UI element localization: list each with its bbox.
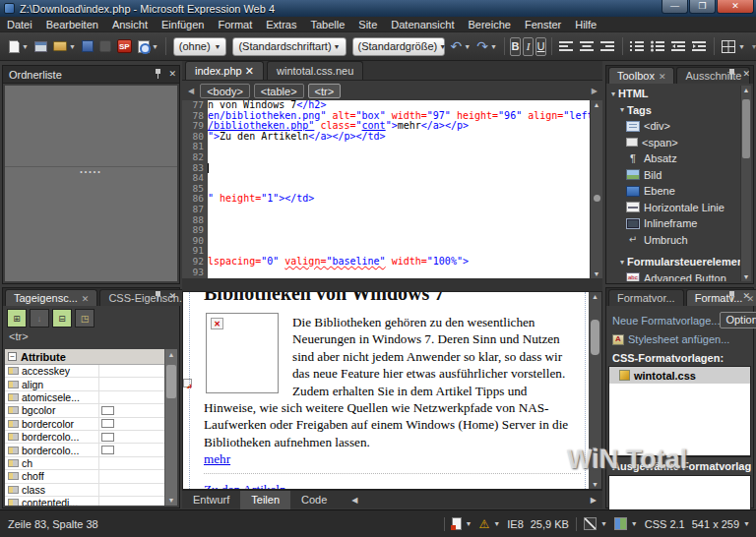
tab-toolbox[interactable]: Toolbox✕ — [608, 67, 674, 84]
menu-item-extras[interactable]: Extras — [259, 18, 303, 31]
color-swatch[interactable] — [101, 446, 114, 454]
menu-item-bereiche[interactable]: Bereiche — [462, 18, 518, 31]
scroll-down-icon[interactable]: ▼ — [741, 273, 751, 280]
browser-preview-button[interactable]: ▼ — [136, 35, 160, 57]
toolbox-item-span[interactable]: <span> — [608, 135, 740, 151]
underline-button[interactable]: U — [536, 37, 546, 56]
menu-item-datei[interactable]: Datei — [0, 18, 39, 31]
code-view[interactable]: 7778798081828384858687888990919293 n von… — [182, 100, 602, 278]
scroll-up-icon[interactable]: ▲ — [591, 101, 602, 108]
attribute-row[interactable]: choff — [5, 470, 177, 483]
attribute-row[interactable]: bgcolor — [5, 404, 177, 417]
close-icon[interactable]: ✕ — [168, 291, 176, 301]
scroll-up-icon[interactable]: ▲ — [165, 351, 177, 358]
pin-icon[interactable] — [154, 291, 162, 301]
decrease-indent-button[interactable] — [669, 35, 688, 57]
menu-item-bearbeiten[interactable]: Bearbeiten — [39, 18, 105, 31]
chevron-down-icon[interactable]: ▾ — [617, 105, 627, 114]
attribute-scrollbar[interactable]: ▲ ▼ — [164, 349, 177, 506]
bold-button[interactable]: B — [510, 37, 521, 56]
articles-link[interactable]: Zu den Artikeln — [204, 482, 286, 489]
code-line[interactable] — [208, 236, 590, 247]
code-line[interactable] — [208, 163, 590, 174]
stylesheet-item[interactable]: wintotal.css — [609, 367, 750, 384]
breadcrumb-tag[interactable]: <tr> — [308, 84, 342, 98]
attribute-row[interactable]: ch — [5, 457, 177, 470]
breadcrumb-right-icon[interactable]: ▶ — [590, 87, 599, 95]
toolbox-item-Horizontale Linie[interactable]: Horizontale Linie — [608, 200, 740, 216]
color-swatch[interactable] — [101, 406, 114, 415]
chevron-down-icon[interactable]: ▾ — [608, 90, 618, 98]
scrollbar-thumb[interactable] — [166, 365, 176, 398]
new-document-button[interactable]: ▼ — [7, 35, 31, 57]
table-button[interactable]: ▼ — [720, 35, 747, 57]
design-content[interactable]: Bibliotheken von Windows 7 ✕ Die Bibliot… — [189, 292, 586, 489]
align-right-button[interactable] — [598, 35, 617, 57]
page-dimensions-button[interactable]: 541 x 259▼ — [692, 518, 750, 530]
style-dropdown[interactable]: (ohne)▼ — [173, 37, 227, 56]
close-icon[interactable]: ✕ — [82, 294, 90, 304]
close-icon[interactable]: ✕ — [168, 69, 176, 79]
design-view[interactable]: Bibliotheken von Windows 7 ✕ Die Bibliot… — [182, 291, 602, 490]
style-application-button[interactable]: ▼ — [584, 517, 607, 530]
tab-tag-properties[interactable]: Tageigensc...✕ — [5, 289, 97, 306]
scroll-up-icon[interactable]: ▲ — [589, 293, 601, 300]
folder-list-body[interactable]: ••••• — [5, 86, 177, 281]
save-button[interactable] — [80, 35, 95, 57]
menu-item-einfügen[interactable]: Einfügen — [155, 18, 211, 31]
menu-item-fenster[interactable]: Fenster — [518, 18, 568, 31]
folder-panel-header[interactable]: Ordnerliste ✕ — [3, 66, 179, 84]
font-dropdown[interactable]: (Standardschriftart)▼ — [232, 37, 346, 56]
numbered-list-button[interactable] — [628, 35, 647, 57]
code-line[interactable] — [208, 268, 590, 278]
toolbar-overflow-icon[interactable]: ▾ — [752, 42, 756, 51]
scroll-marker[interactable] — [594, 195, 600, 202]
scroll-left-icon[interactable]: ◀ — [351, 496, 357, 505]
scroll-down-icon[interactable]: ▼ — [165, 497, 177, 504]
view-tab-code[interactable]: Code — [290, 491, 338, 509]
compatibility-warning-button[interactable]: ⚠▼ — [479, 517, 501, 531]
scrollbar-thumb[interactable] — [742, 99, 750, 158]
document-tab-index.php[interactable]: index.php ✕ — [185, 61, 264, 80]
tree-header-formularsteuerelemente[interactable]: ▾Formularsteuerelemente — [608, 254, 740, 270]
redo-button[interactable]: ↷▼ — [474, 35, 499, 57]
menu-item-datenansicht[interactable]: Datenansicht — [384, 18, 461, 31]
increase-indent-button[interactable] — [690, 35, 709, 57]
attach-stylesheet-link[interactable]: Stylesheet anfügen... — [628, 333, 729, 345]
more-link[interactable]: mehr — [204, 451, 230, 466]
scroll-down-icon[interactable]: ▼ — [589, 481, 601, 488]
toolbox-item-Umbruch[interactable]: ↵Umbruch — [608, 232, 740, 249]
open-site-button[interactable] — [32, 35, 49, 57]
attribute-row[interactable]: contentedi... — [5, 497, 177, 506]
scroll-down-icon[interactable]: ▼ — [591, 270, 602, 277]
code-line[interactable] — [208, 142, 590, 152]
code-line[interactable] — [208, 205, 590, 215]
toolbox-item-Advanced Button[interactable]: Advanced Button — [608, 270, 740, 282]
categorized-view-button[interactable]: ⊞ — [7, 309, 27, 328]
breadcrumb-tag[interactable]: <body> — [200, 84, 250, 98]
tree-header-tags[interactable]: ▾Tags — [608, 102, 740, 119]
summary-button[interactable]: ◳ — [75, 309, 94, 328]
code-line[interactable]: lspacing="0" valign="baseline" width="10… — [208, 257, 590, 268]
code-text-area[interactable]: n von Windows 7</h2>en/bibliotheken.png"… — [208, 100, 590, 278]
scroll-right-icon[interactable]: ▶ — [591, 496, 597, 505]
italic-button[interactable]: I — [523, 37, 534, 56]
menu-item-format[interactable]: Format — [211, 18, 259, 31]
view-tab-entwurf[interactable]: Entwurf — [182, 491, 240, 509]
undo-button[interactable]: ↶▼ — [449, 35, 473, 57]
code-line[interactable] — [208, 215, 590, 226]
toolbox-item-Ebene[interactable]: Ebene — [608, 183, 740, 200]
code-vertical-scrollbar[interactable]: ▲ ▼ — [590, 100, 602, 278]
close-button[interactable]: ✕ — [717, 0, 754, 14]
tree-header-html[interactable]: ▾HTML — [608, 86, 740, 102]
page-heading[interactable]: Bibliotheken von Windows 7 — [204, 292, 581, 305]
code-line[interactable]: ">Zu den Artikeln</a></p></td> — [208, 132, 590, 143]
maximize-button[interactable]: ❐ — [689, 0, 716, 14]
align-left-button[interactable] — [557, 35, 576, 57]
toolbox-item-div[interactable]: <div> — [608, 118, 740, 135]
pin-icon[interactable] — [727, 69, 736, 79]
alphabetical-sort-button[interactable]: ↓ — [30, 309, 49, 328]
attribute-section-header[interactable]: − Attribute — [5, 349, 177, 365]
toolbox-item-Absatz[interactable]: ¶Absatz — [608, 150, 740, 167]
chevron-down-icon[interactable]: ▾ — [617, 258, 627, 267]
